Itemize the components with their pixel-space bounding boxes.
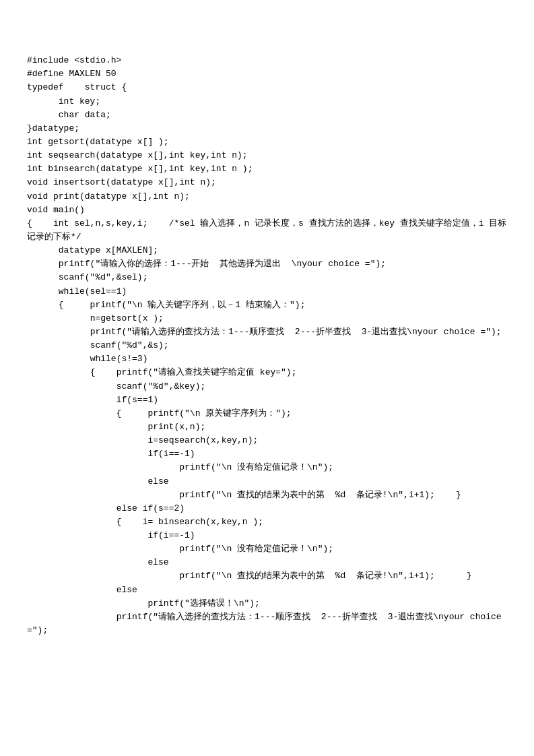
code-content: #include <stdio.h> #define MAXLEN 50 typ… xyxy=(27,40,507,637)
line-1: #include <stdio.h> #define MAXLEN 50 typ… xyxy=(27,55,506,635)
